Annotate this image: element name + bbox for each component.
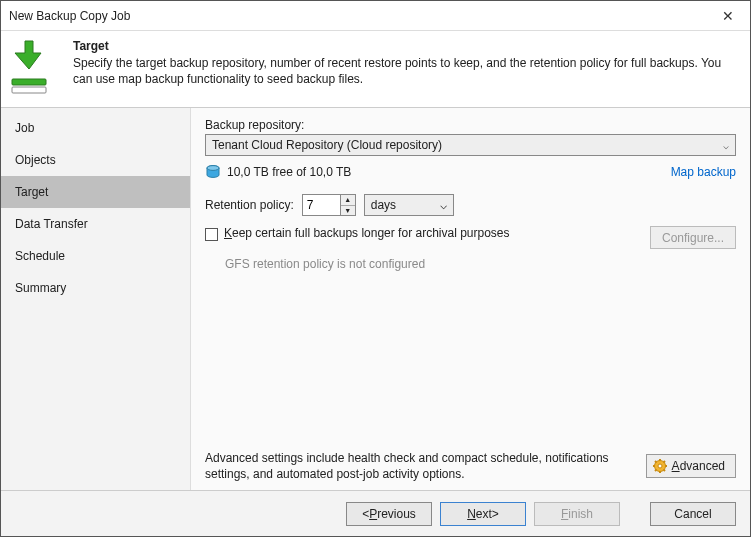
retention-label: Retention policy:: [205, 198, 294, 212]
keep-full-label[interactable]: Keep certain full backups longer for arc…: [224, 226, 510, 240]
header-icon-col: [11, 39, 67, 97]
sidebar-item-label: Data Transfer: [15, 217, 88, 231]
header-description: Specify the target backup repository, nu…: [73, 55, 740, 87]
svg-point-3: [207, 166, 219, 171]
sidebar-item-label: Job: [15, 121, 34, 135]
header-title: Target: [73, 39, 740, 53]
spinner-up-icon[interactable]: ▲: [341, 195, 355, 206]
sidebar-item-objects[interactable]: Objects: [1, 144, 190, 176]
retention-spinner[interactable]: ▲ ▼: [302, 194, 356, 216]
spinner-down-icon[interactable]: ▼: [341, 206, 355, 216]
arrow-down-icon: [11, 39, 47, 74]
sidebar-item-summary[interactable]: Summary: [1, 272, 190, 304]
advanced-button-label: Advanced: [672, 459, 725, 473]
chevron-down-icon: ⌵: [723, 140, 729, 151]
gfs-note: GFS retention policy is not configured: [225, 257, 736, 271]
repo-label: Backup repository:: [205, 118, 736, 132]
sidebar: Job Objects Target Data Transfer Schedul…: [1, 108, 191, 490]
sidebar-item-label: Summary: [15, 281, 66, 295]
advanced-note: Advanced settings include health check a…: [205, 450, 636, 482]
window-title: New Backup Copy Job: [9, 9, 705, 23]
sidebar-item-data-transfer[interactable]: Data Transfer: [1, 208, 190, 240]
repo-value: Tenant Cloud Repository (Cloud repositor…: [212, 138, 442, 152]
sidebar-item-schedule[interactable]: Schedule: [1, 240, 190, 272]
svg-line-13: [663, 461, 665, 463]
svg-line-12: [655, 469, 657, 471]
previous-button[interactable]: < Previous: [346, 502, 432, 526]
map-backup-link[interactable]: Map backup: [671, 165, 736, 179]
sidebar-item-job[interactable]: Job: [1, 112, 190, 144]
footer: < Previous Next > Finish Cancel: [1, 490, 750, 536]
retention-unit-combobox[interactable]: days ⌵: [364, 194, 454, 216]
svg-line-10: [655, 461, 657, 463]
advanced-button[interactable]: Advanced: [646, 454, 736, 478]
keep-full-row: Keep certain full backups longer for arc…: [205, 226, 736, 249]
svg-line-11: [663, 469, 665, 471]
body: Job Objects Target Data Transfer Schedul…: [1, 108, 750, 490]
disk-bar-icon: [11, 78, 47, 97]
svg-rect-1: [12, 87, 46, 93]
keep-full-checkbox[interactable]: [205, 228, 218, 241]
sidebar-item-target[interactable]: Target: [1, 176, 190, 208]
main-panel: Backup repository: Tenant Cloud Reposito…: [191, 108, 750, 490]
freespace-row: 10,0 TB free of 10,0 TB Map backup: [205, 164, 736, 180]
spinner-buttons[interactable]: ▲ ▼: [340, 194, 356, 216]
sidebar-item-label: Schedule: [15, 249, 65, 263]
chevron-down-icon: ⌵: [440, 198, 447, 212]
sidebar-item-label: Target: [15, 185, 48, 199]
close-icon: ✕: [722, 8, 734, 24]
sidebar-item-label: Objects: [15, 153, 56, 167]
keep-full-checkbox-wrap: Keep certain full backups longer for arc…: [205, 226, 510, 241]
repo-combobox[interactable]: Tenant Cloud Repository (Cloud repositor…: [205, 134, 736, 156]
next-button[interactable]: Next >: [440, 502, 526, 526]
freespace-text: 10,0 TB free of 10,0 TB: [227, 165, 671, 179]
header: Target Specify the target backup reposit…: [1, 31, 750, 108]
retention-unit-value: days: [371, 198, 396, 212]
gear-icon: [653, 459, 667, 473]
cancel-button[interactable]: Cancel: [650, 502, 736, 526]
retention-input[interactable]: [302, 194, 340, 216]
close-button[interactable]: ✕: [705, 1, 750, 30]
advanced-row: Advanced settings include health check a…: [205, 444, 736, 482]
disk-icon: [205, 164, 221, 180]
configure-button: Configure...: [650, 226, 736, 249]
header-text: Target Specify the target backup reposit…: [67, 39, 740, 97]
svg-rect-0: [12, 79, 46, 85]
repo-field: Backup repository: Tenant Cloud Reposito…: [205, 118, 736, 156]
finish-button: Finish: [534, 502, 620, 526]
titlebar: New Backup Copy Job ✕: [1, 1, 750, 31]
svg-point-5: [658, 464, 662, 468]
retention-row: Retention policy: ▲ ▼ days ⌵: [205, 194, 736, 216]
